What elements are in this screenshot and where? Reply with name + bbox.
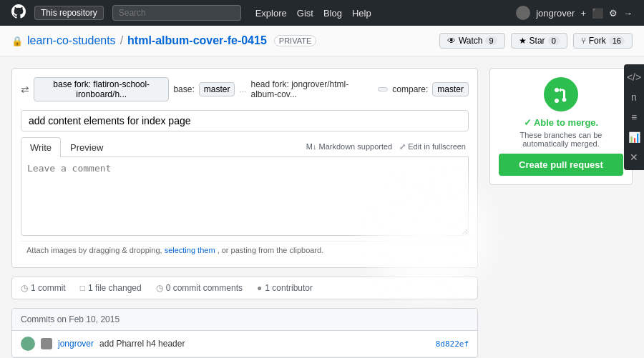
topnav-links: Explore Gist Blog Help — [255, 8, 371, 19]
star-count: 0 — [548, 36, 560, 45]
repo-actions: 👁 Watch 9 ★ Star 0 ⑂ Fork 16 — [439, 33, 633, 49]
right-panel: ✓ Able to merge. These branches can be a… — [489, 68, 633, 358]
markdown-label: M↓ Markdown supported — [306, 142, 392, 151]
stats-bar: ◷ 1 commit □ 1 file changed ◷ 0 commit c… — [11, 277, 478, 299]
repo-header: 🔒 learn-co-students / html-album-cover-f… — [0, 26, 644, 56]
commit-sha-link[interactable]: 8d822ef — [436, 339, 469, 349]
contributor-stat: ● 1 contributor — [257, 283, 313, 293]
head-fork-select[interactable] — [378, 87, 388, 91]
star-label: Star — [530, 36, 545, 46]
side-icon-close[interactable]: ✕ — [624, 147, 644, 167]
help-link[interactable]: Help — [352, 8, 371, 19]
file-label: 1 file changed — [88, 283, 142, 293]
editor-tabs: Write Preview M↓ Markdown supported ⤢ Ed… — [21, 137, 469, 157]
this-repository-button[interactable]: This repository — [34, 6, 104, 20]
side-icon-chart[interactable]: 📊 — [624, 127, 644, 147]
tv-icon[interactable]: ⬛ — [592, 8, 603, 19]
side-icon-code[interactable]: </> — [624, 67, 644, 87]
table-row: jongrover add Pharrel h4 header 8d822ef — [12, 331, 477, 357]
commit-label: 1 commit — [31, 283, 66, 293]
commits-section-header: Commits on Feb 10, 2015 — [12, 309, 477, 331]
username[interactable]: jongrover — [536, 8, 575, 19]
fork-compare-icon: ⇄ — [21, 84, 29, 95]
settings-icon[interactable]: ⚙ — [609, 8, 618, 19]
topnav-user-area: jongrover + ⬛ ⚙ → — [516, 6, 633, 20]
eye-icon: 👁 — [447, 36, 456, 46]
commit-user-link[interactable]: jongrover — [58, 339, 94, 349]
repo-name-link[interactable]: html-album-cover-fe-0415 — [127, 34, 267, 47]
left-panel: ⇄ base fork: flatiron-school-ironboard/h… — [11, 68, 478, 358]
commit-stat: ◷ 1 commit — [21, 283, 66, 293]
base-fork-select[interactable]: base fork: flatiron-school-ironboard/h..… — [34, 77, 169, 101]
repo-separator: / — [120, 34, 123, 47]
fork-icon: ⑂ — [581, 36, 586, 46]
dots-separator: ... — [239, 84, 246, 94]
preview-tab[interactable]: Preview — [61, 137, 112, 157]
plus-icon[interactable]: + — [580, 8, 586, 19]
merge-status-box: ✓ Able to merge. These branches can be a… — [489, 68, 633, 185]
github-logo — [11, 4, 26, 22]
file-icon: □ — [80, 283, 85, 293]
head-fork-label: head fork: jongrover/html-album-cov... — [250, 79, 374, 99]
commit-message: add Pharrel h4 header — [99, 339, 430, 349]
blog-link[interactable]: Blog — [323, 8, 342, 19]
fullscreen-icon: ⤢ — [399, 142, 406, 151]
signout-icon[interactable]: → — [623, 8, 633, 19]
search-input[interactable] — [112, 5, 241, 21]
commit-icon: ◷ — [21, 283, 28, 293]
main-content: ⇄ base fork: flatiron-school-ironboard/h… — [0, 56, 644, 358]
private-badge: PRIVATE — [274, 35, 316, 46]
contributor-label: 1 contributor — [265, 283, 313, 293]
watch-label: Watch — [459, 36, 483, 46]
attach-note: Attach images by dragging & dropping, se… — [21, 241, 469, 259]
pr-title-input[interactable] — [21, 110, 469, 131]
merge-desc: These branches can be automatically merg… — [499, 131, 623, 148]
commits-section: Commits on Feb 10, 2015 jongrover add Ph… — [11, 308, 478, 358]
comment-textarea[interactable] — [21, 157, 469, 236]
contributor-icon: ● — [257, 283, 262, 293]
editor-tab-actions: M↓ Markdown supported ⤢ Edit in fullscre… — [306, 142, 469, 151]
markdown-icon: M↓ — [306, 142, 317, 151]
watch-count: 9 — [485, 36, 497, 45]
compare-branch-select[interactable]: master — [432, 82, 469, 96]
comment-icon: ◷ — [156, 283, 163, 293]
star-icon: ★ — [519, 36, 527, 46]
gist-link[interactable]: Gist — [297, 8, 313, 19]
explore-link[interactable]: Explore — [255, 8, 287, 19]
base-branch-select[interactable]: master — [199, 82, 235, 96]
merge-able-text: ✓ Able to merge. — [499, 117, 623, 128]
watch-button[interactable]: 👁 Watch 9 — [439, 33, 505, 49]
pr-form: ⇄ base fork: flatiron-school-ironboard/h… — [11, 68, 478, 268]
merge-icon — [544, 77, 578, 111]
commit-type-icon — [41, 338, 52, 349]
attach-select-link[interactable]: selecting them — [165, 246, 215, 254]
fork-label: Fork — [589, 36, 606, 46]
write-tab[interactable]: Write — [21, 137, 61, 157]
create-pull-request-button[interactable]: Create pull request — [499, 154, 623, 176]
avatar[interactable] — [516, 6, 530, 20]
fork-bar: ⇄ base fork: flatiron-school-ironboard/h… — [21, 77, 469, 101]
base-label: base: — [173, 84, 194, 94]
repo-org-link[interactable]: learn-co-students — [27, 34, 116, 47]
star-button[interactable]: ★ Star 0 — [511, 33, 567, 49]
fork-button[interactable]: ⑂ Fork 16 — [573, 33, 633, 49]
fullscreen-label[interactable]: ⤢ Edit in fullscreen — [399, 142, 466, 151]
avatar — [21, 337, 35, 351]
side-icon-n[interactable]: n — [624, 87, 644, 107]
top-navigation: This repository Explore Gist Blog Help j… — [0, 0, 644, 26]
comment-label: 0 commit comments — [166, 283, 243, 293]
file-stat: □ 1 file changed — [80, 283, 142, 293]
compare-label: compare: — [392, 84, 428, 94]
fork-count: 16 — [609, 36, 625, 45]
side-icons-panel: </> n ≡ 📊 ✕ — [624, 64, 644, 170]
lock-icon: 🔒 — [11, 36, 23, 46]
comment-stat: ◷ 0 commit comments — [156, 283, 243, 293]
side-icon-menu[interactable]: ≡ — [624, 107, 644, 127]
